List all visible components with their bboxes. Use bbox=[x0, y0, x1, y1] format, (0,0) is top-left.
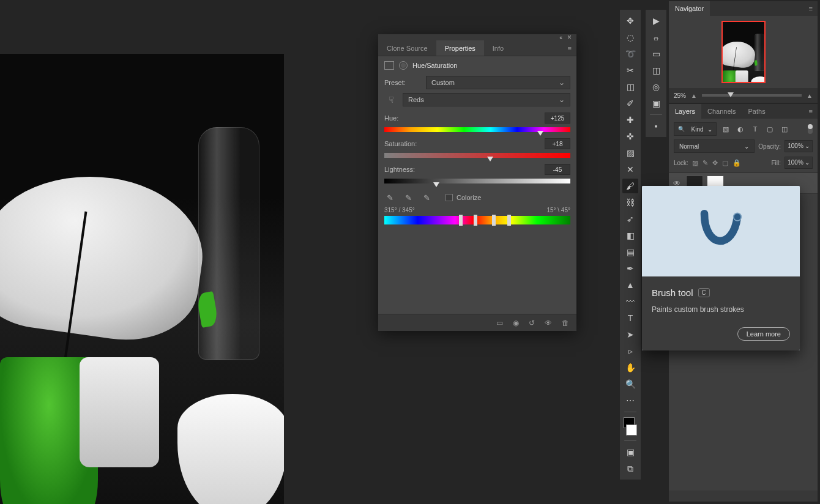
eyedropper-subtract-icon[interactable] bbox=[421, 192, 432, 203]
move-tool[interactable]: ✥ bbox=[622, 13, 638, 28]
range-right: 15° \ 45° bbox=[546, 207, 570, 213]
lasso-tool[interactable]: ➰ bbox=[622, 46, 638, 61]
color-swatch[interactable] bbox=[622, 416, 638, 437]
more-tools[interactable]: ⋯ bbox=[622, 393, 638, 408]
history-brush-tool[interactable]: ➶ bbox=[622, 212, 638, 226]
tab-info[interactable]: Info bbox=[484, 40, 512, 56]
direct-select-tool[interactable]: ▹ bbox=[622, 344, 638, 358]
hue-value[interactable]: +125 bbox=[545, 113, 570, 124]
filter-type-icon[interactable]: T bbox=[750, 124, 761, 135]
brush-stroke-icon bbox=[693, 204, 748, 259]
svg-point-0 bbox=[734, 213, 742, 221]
learn-more-button[interactable]: Learn more bbox=[737, 327, 790, 341]
filter-adjust-icon[interactable]: ◐ bbox=[735, 124, 746, 135]
pen-tool[interactable]: ✒ bbox=[622, 261, 638, 276]
clone-stamp-tool[interactable]: ⛓ bbox=[622, 195, 638, 210]
reset-icon[interactable]: ↺ bbox=[529, 319, 535, 327]
navigator-menu-icon[interactable] bbox=[804, 5, 818, 12]
screen-mode-icon[interactable]: ⧉ bbox=[622, 461, 638, 476]
eyedropper-icon[interactable] bbox=[384, 192, 395, 203]
hue-slider[interactable]: Hue: +125 bbox=[384, 113, 570, 132]
document-canvas[interactable] bbox=[0, 54, 284, 504]
filter-pixel-icon[interactable]: ▧ bbox=[720, 124, 731, 135]
brush-tool[interactable]: 🖌 bbox=[622, 179, 638, 193]
tab-paths[interactable]: Paths bbox=[742, 104, 772, 119]
delete-icon[interactable]: 🗑 bbox=[562, 319, 569, 327]
gauge-icon[interactable]: ⏛ bbox=[648, 30, 664, 45]
lightness-label: Lightness: bbox=[384, 166, 415, 173]
lock-brush-icon[interactable]: ✎ bbox=[703, 159, 708, 167]
filter-shape-icon[interactable]: ▢ bbox=[764, 124, 775, 135]
tool-tooltip: Brush tool C Paints custom brush strokes… bbox=[642, 186, 800, 350]
eraser-tool[interactable]: ◧ bbox=[622, 228, 638, 243]
zoom-slider[interactable] bbox=[702, 94, 802, 97]
visibility-icon[interactable]: 👁 bbox=[545, 319, 552, 327]
eyedropper-tool[interactable]: ✐ bbox=[622, 96, 638, 111]
lock-label: Lock: bbox=[674, 160, 688, 166]
tooltip-description: Paints custom brush strokes bbox=[652, 305, 790, 314]
saturation-value[interactable]: +18 bbox=[545, 138, 570, 149]
filter-smart-icon[interactable]: ◫ bbox=[779, 124, 790, 135]
layers-menu-icon[interactable] bbox=[804, 108, 818, 115]
navigator-preview[interactable] bbox=[669, 16, 818, 88]
lock-artboard-icon[interactable]: ▢ bbox=[722, 159, 728, 167]
color-range-strip[interactable] bbox=[384, 216, 570, 224]
blend-mode-select[interactable]: Normal bbox=[674, 139, 755, 153]
type-tool[interactable]: T bbox=[622, 311, 638, 325]
lock-all-icon[interactable]: 🔒 bbox=[732, 159, 741, 167]
zoom-out-icon[interactable]: ▲ bbox=[691, 92, 697, 99]
shuffle-tool[interactable]: ✕ bbox=[622, 162, 638, 177]
opacity-value[interactable]: 100% bbox=[785, 140, 813, 152]
adjustment-icon bbox=[384, 61, 394, 70]
zoom-in-icon[interactable]: ▲ bbox=[807, 92, 813, 99]
lock-pixels-icon[interactable]: ▨ bbox=[692, 159, 698, 167]
checkbox-icon[interactable] bbox=[445, 194, 453, 201]
preset-select[interactable]: Custom bbox=[426, 76, 570, 89]
precise-tool[interactable]: ✜ bbox=[622, 129, 638, 144]
tab-navigator[interactable]: Navigator bbox=[669, 1, 710, 16]
zoom-value[interactable]: 25% bbox=[674, 92, 686, 99]
tab-properties[interactable]: Properties bbox=[436, 40, 484, 56]
saturation-slider[interactable]: Saturation: +18 bbox=[384, 138, 570, 158]
collapse-panel-icon[interactable] bbox=[559, 34, 561, 41]
preview-icon[interactable]: ▣ bbox=[648, 96, 664, 111]
artboard-icon[interactable]: ◫ bbox=[648, 63, 664, 78]
clip-to-layer-icon[interactable]: ▭ bbox=[496, 319, 503, 327]
colorize-checkbox[interactable]: Colorize bbox=[445, 194, 481, 201]
play-icon[interactable]: ▶ bbox=[648, 13, 664, 28]
zoom-tool[interactable]: 🔍 bbox=[622, 377, 638, 391]
preview-tile-icon[interactable]: ▪ bbox=[648, 119, 664, 133]
tab-clone-source[interactable]: Clone Source bbox=[378, 40, 436, 56]
frame-tool[interactable]: ◫ bbox=[622, 80, 638, 94]
tools-column-b: ▶⏛▭◫◎▣▪ bbox=[646, 10, 666, 137]
lightness-value[interactable]: -45 bbox=[545, 164, 570, 175]
triangle-tool[interactable]: ▲ bbox=[622, 278, 638, 292]
healing-tool[interactable]: ✚ bbox=[622, 113, 638, 127]
lock-position-icon[interactable]: ✥ bbox=[712, 159, 718, 167]
layer-filter-kind[interactable]: Kind bbox=[674, 122, 717, 136]
saturation-label: Saturation: bbox=[384, 140, 417, 147]
gradient-tool[interactable]: ▤ bbox=[622, 245, 638, 259]
scrubby-hand-icon[interactable] bbox=[384, 93, 398, 106]
panel-menu-icon[interactable] bbox=[563, 40, 576, 56]
formats-icon[interactable]: ▭ bbox=[648, 46, 664, 61]
adjustment-title: Hue/Saturation bbox=[412, 62, 457, 69]
fill-value[interactable]: 100% bbox=[785, 157, 813, 169]
separator bbox=[624, 440, 636, 441]
channel-select[interactable]: Reds bbox=[403, 93, 570, 106]
filter-toggle[interactable] bbox=[808, 124, 813, 134]
hand-tool[interactable]: ✋ bbox=[622, 360, 638, 375]
path-select-tool[interactable]: ➤ bbox=[622, 327, 638, 342]
view-previous-icon[interactable]: ◉ bbox=[513, 319, 519, 327]
lightness-slider[interactable]: Lightness: -45 bbox=[384, 164, 570, 183]
marquee-tool[interactable]: ◌ bbox=[622, 30, 638, 45]
quick-mask-icon[interactable]: ▣ bbox=[622, 445, 638, 459]
smudge-tool[interactable]: 〰 bbox=[622, 294, 638, 309]
tab-channels[interactable]: Channels bbox=[701, 104, 742, 119]
object-select-tool[interactable]: ▨ bbox=[622, 146, 638, 160]
crop-tool[interactable]: ✂ bbox=[622, 63, 638, 78]
globe-icon[interactable]: ◎ bbox=[648, 80, 664, 94]
tab-layers[interactable]: Layers bbox=[669, 104, 701, 119]
eyedropper-add-icon[interactable] bbox=[403, 192, 414, 203]
range-left: 315° / 345° bbox=[384, 207, 415, 213]
